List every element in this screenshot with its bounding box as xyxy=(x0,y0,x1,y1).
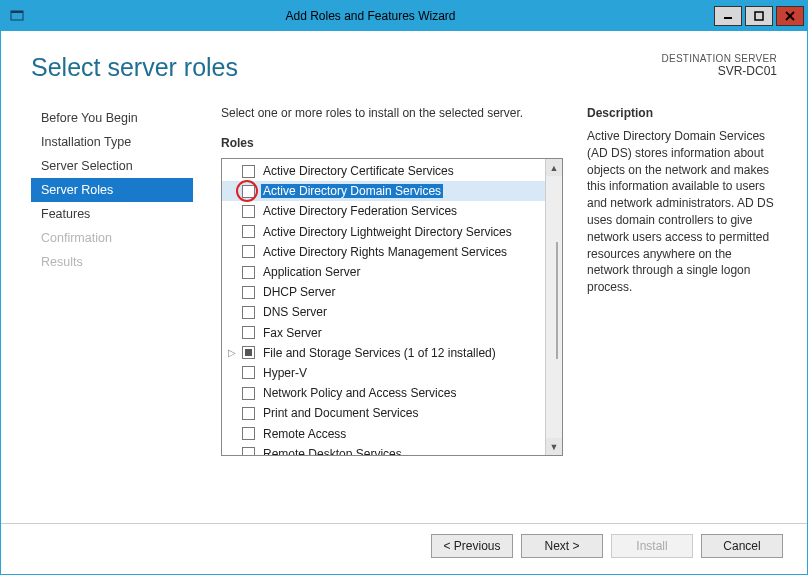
role-label: Network Policy and Access Services xyxy=(261,386,458,400)
role-row[interactable]: Application Server xyxy=(222,262,545,282)
roles-scrollbar[interactable]: ▲ ▼ xyxy=(545,159,562,455)
role-checkbox[interactable] xyxy=(242,407,255,420)
previous-button[interactable]: < Previous xyxy=(431,534,513,558)
scroll-up-icon[interactable]: ▲ xyxy=(546,159,562,176)
role-row[interactable]: Remote Desktop Services xyxy=(222,444,545,455)
role-label: Fax Server xyxy=(261,326,324,340)
role-label: DNS Server xyxy=(261,305,329,319)
minimize-button[interactable] xyxy=(714,6,742,26)
destination-label: DESTINATION SERVER xyxy=(661,53,777,64)
role-row[interactable]: DHCP Server xyxy=(222,282,545,302)
content-area: Select server roles DESTINATION SERVER S… xyxy=(1,31,807,574)
role-checkbox[interactable] xyxy=(242,366,255,379)
role-row[interactable]: Active Directory Domain Services xyxy=(222,181,545,201)
role-label: Active Directory Lightweight Directory S… xyxy=(261,225,514,239)
role-label: Active Directory Federation Services xyxy=(261,204,459,218)
role-row[interactable]: Network Policy and Access Services xyxy=(222,383,545,403)
role-checkbox[interactable] xyxy=(242,306,255,319)
role-row[interactable]: DNS Server xyxy=(222,302,545,322)
role-label: Remote Desktop Services xyxy=(261,447,404,455)
page-title: Select server roles xyxy=(31,53,238,82)
role-row[interactable]: Print and Document Services xyxy=(222,403,545,423)
role-label: DHCP Server xyxy=(261,285,337,299)
role-checkbox[interactable] xyxy=(242,447,255,455)
description-column: Description Active Directory Domain Serv… xyxy=(579,106,777,523)
role-row[interactable]: Hyper-V xyxy=(222,363,545,383)
nav-item[interactable]: Before You Begin xyxy=(31,106,193,130)
nav-item[interactable]: Server Roles xyxy=(31,178,193,202)
instruction-text: Select one or more roles to install on t… xyxy=(221,106,563,120)
header-row: Select server roles DESTINATION SERVER S… xyxy=(1,31,807,82)
roles-listbox: Active Directory Certificate ServicesAct… xyxy=(221,158,563,456)
role-checkbox[interactable] xyxy=(242,165,255,178)
role-row[interactable]: Active Directory Federation Services xyxy=(222,201,545,221)
expand-icon[interactable]: ▷ xyxy=(226,347,238,358)
wizard-nav: Before You BeginInstallation TypeServer … xyxy=(31,106,193,523)
nav-item[interactable]: Server Selection xyxy=(31,154,193,178)
role-label: Hyper-V xyxy=(261,366,309,380)
role-checkbox[interactable] xyxy=(242,185,255,198)
role-label: Active Directory Domain Services xyxy=(261,184,443,198)
nav-item: Results xyxy=(31,250,193,274)
description-label: Description xyxy=(587,106,777,120)
roles-list: Active Directory Certificate ServicesAct… xyxy=(222,159,545,455)
role-checkbox[interactable] xyxy=(242,205,255,218)
role-label: Active Directory Certificate Services xyxy=(261,164,456,178)
close-button[interactable] xyxy=(776,6,804,26)
description-text: Active Directory Domain Services (AD DS)… xyxy=(587,128,777,296)
role-checkbox[interactable] xyxy=(242,266,255,279)
window-title: Add Roles and Features Wizard xyxy=(27,9,714,23)
role-checkbox[interactable] xyxy=(242,346,255,359)
role-row[interactable]: ▷File and Storage Services (1 of 12 inst… xyxy=(222,343,545,363)
wizard-window: Add Roles and Features Wizard Select ser… xyxy=(0,0,808,575)
role-row[interactable]: Fax Server xyxy=(222,323,545,343)
destination-block: DESTINATION SERVER SVR-DC01 xyxy=(661,53,777,78)
next-button[interactable]: Next > xyxy=(521,534,603,558)
role-row[interactable]: Active Directory Certificate Services xyxy=(222,161,545,181)
role-checkbox[interactable] xyxy=(242,245,255,258)
nav-item[interactable]: Features xyxy=(31,202,193,226)
roles-section-label: Roles xyxy=(221,136,563,150)
role-label: Print and Document Services xyxy=(261,406,420,420)
role-checkbox[interactable] xyxy=(242,427,255,440)
cancel-button[interactable]: Cancel xyxy=(701,534,783,558)
center-column: Select one or more roles to install on t… xyxy=(193,106,579,523)
maximize-button[interactable] xyxy=(745,6,773,26)
svg-rect-1 xyxy=(11,11,23,13)
role-label: Remote Access xyxy=(261,427,348,441)
role-row[interactable]: Active Directory Lightweight Directory S… xyxy=(222,222,545,242)
nav-item[interactable]: Installation Type xyxy=(31,130,193,154)
role-row[interactable]: Remote Access xyxy=(222,423,545,443)
titlebar: Add Roles and Features Wizard xyxy=(1,1,807,31)
role-row[interactable]: Active Directory Rights Management Servi… xyxy=(222,242,545,262)
destination-server-name: SVR-DC01 xyxy=(661,64,777,78)
title-controls xyxy=(714,6,807,26)
scroll-thumb[interactable] xyxy=(556,242,558,360)
svg-rect-3 xyxy=(755,12,763,20)
role-label: File and Storage Services (1 of 12 insta… xyxy=(261,346,498,360)
app-icon xyxy=(7,6,27,26)
install-button[interactable]: Install xyxy=(611,534,693,558)
role-label: Application Server xyxy=(261,265,362,279)
role-checkbox[interactable] xyxy=(242,387,255,400)
scroll-down-icon[interactable]: ▼ xyxy=(546,438,562,455)
role-checkbox[interactable] xyxy=(242,225,255,238)
role-checkbox[interactable] xyxy=(242,286,255,299)
footer-buttons: < Previous Next > Install Cancel xyxy=(1,523,807,574)
nav-item: Confirmation xyxy=(31,226,193,250)
role-checkbox[interactable] xyxy=(242,326,255,339)
role-label: Active Directory Rights Management Servi… xyxy=(261,245,509,259)
main-columns: Before You BeginInstallation TypeServer … xyxy=(1,82,807,523)
